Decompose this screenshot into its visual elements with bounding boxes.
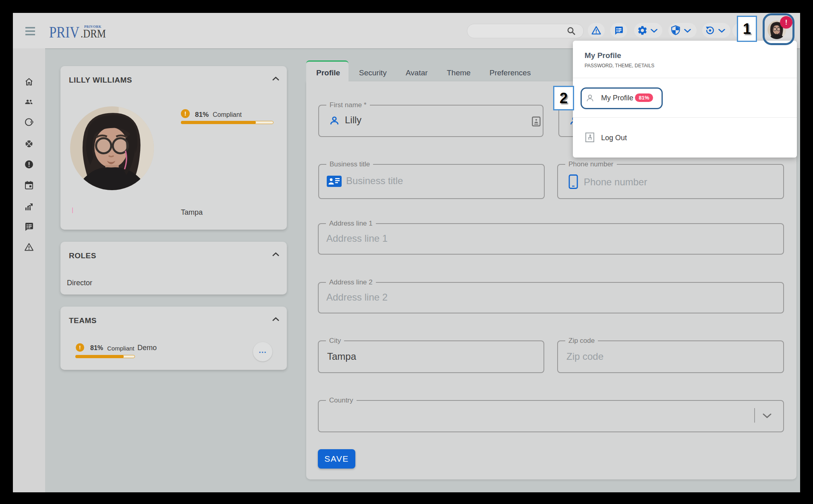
svg-text:PRIVORK: PRIVORK [84,25,102,29]
svg-text:.DRM: .DRM [81,27,106,40]
svg-text:PRIV: PRIV [49,23,79,40]
